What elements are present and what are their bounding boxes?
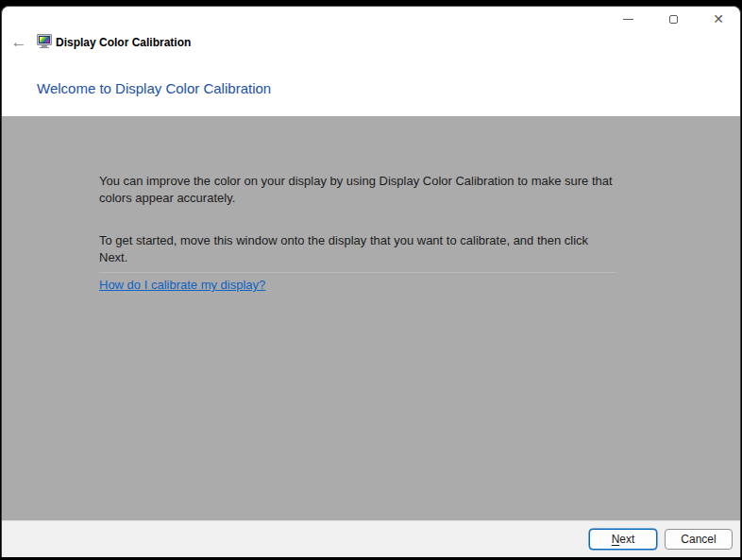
minimize-button[interactable] <box>618 9 637 28</box>
window-title: Display Color Calibration <box>56 35 191 50</box>
back-button[interactable]: ← <box>8 32 29 53</box>
page-title: Welcome to Display Color Calibration <box>37 79 271 98</box>
cancel-button-label: Cancel <box>681 533 716 546</box>
intro-paragraph: You can improve the color on your displa… <box>99 173 647 207</box>
heading-row: Welcome to Display Color Calibration <box>2 59 740 116</box>
next-button-label: ext <box>619 533 634 546</box>
navigation-row: ← Display Color Calibration <box>2 31 740 59</box>
maximize-button[interactable] <box>664 9 683 28</box>
help-link[interactable]: How do I calibrate my display? <box>99 277 265 294</box>
close-icon: ✕ <box>713 12 724 25</box>
close-button[interactable]: ✕ <box>709 9 728 28</box>
titlebar[interactable]: ✕ <box>2 7 740 31</box>
display-color-calibration-window: ✕ ← Display Color Calibration Welcome to… <box>1 6 741 557</box>
wizard-content-area: You can improve the color on your displa… <box>2 116 740 520</box>
next-button[interactable]: Next <box>589 529 657 550</box>
back-arrow-icon: ← <box>11 33 27 52</box>
window-controls: ✕ <box>618 9 728 28</box>
footer-bar: Next Cancel <box>2 520 740 557</box>
content-divider <box>99 272 616 273</box>
cancel-button[interactable]: Cancel <box>665 529 733 550</box>
minimize-icon <box>623 19 633 20</box>
instructions-paragraph: To get started, move this window onto th… <box>99 232 647 266</box>
display-color-calibration-icon <box>37 34 52 49</box>
maximize-icon <box>669 15 678 24</box>
